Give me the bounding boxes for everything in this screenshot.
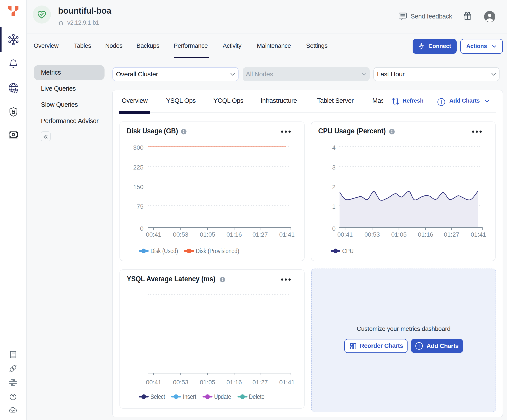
svg-text:01:16: 01:16 [418, 231, 433, 238]
svg-text:Disk (Used): Disk (Used) [150, 247, 178, 255]
svg-text:01:05: 01:05 [200, 231, 215, 238]
svg-text:YSQL Average Latency (ms): YSQL Average Latency (ms) [127, 275, 215, 283]
svg-text:00:53: 00:53 [173, 379, 188, 386]
svg-text:01:41: 01:41 [279, 231, 295, 238]
svg-text:01:16: 01:16 [226, 379, 242, 386]
svg-text:0: 0 [332, 225, 336, 232]
svg-text:00:53: 00:53 [364, 231, 380, 238]
svg-text:Select: Select [150, 393, 165, 400]
svg-text:00:41: 00:41 [337, 231, 353, 238]
svg-text:00:41: 00:41 [146, 379, 161, 386]
svg-text:01:27: 01:27 [252, 379, 268, 386]
svg-text:CPU: CPU [342, 247, 354, 255]
svg-text:Disk Usage (GB): Disk Usage (GB) [127, 127, 178, 135]
svg-text:300: 300 [133, 144, 143, 151]
svg-text:225: 225 [133, 164, 143, 171]
svg-text:00:53: 00:53 [173, 231, 188, 238]
svg-text:Update: Update [214, 393, 231, 400]
svg-text:Delete: Delete [249, 393, 265, 400]
svg-text:75: 75 [137, 203, 143, 210]
svg-text:4: 4 [332, 144, 336, 151]
svg-text:Insert: Insert [183, 393, 196, 400]
svg-text:0: 0 [140, 225, 143, 232]
svg-text:01:16: 01:16 [226, 231, 242, 238]
svg-text:01:05: 01:05 [391, 231, 407, 238]
svg-text:01:41: 01:41 [471, 231, 486, 238]
svg-text:01:27: 01:27 [252, 231, 268, 238]
svg-text:2: 2 [332, 184, 336, 190]
svg-text:1: 1 [332, 203, 336, 210]
svg-text:3: 3 [332, 164, 336, 171]
svg-text:00:41: 00:41 [146, 231, 161, 238]
svg-text:01:05: 01:05 [200, 379, 215, 386]
svg-text:01:41: 01:41 [279, 379, 295, 386]
svg-text:01:27: 01:27 [444, 231, 459, 238]
svg-text:Disk (Provisioned): Disk (Provisioned) [196, 247, 239, 255]
svg-text:150: 150 [133, 184, 143, 190]
svg-text:CPU Usage (Percent): CPU Usage (Percent) [318, 127, 386, 135]
